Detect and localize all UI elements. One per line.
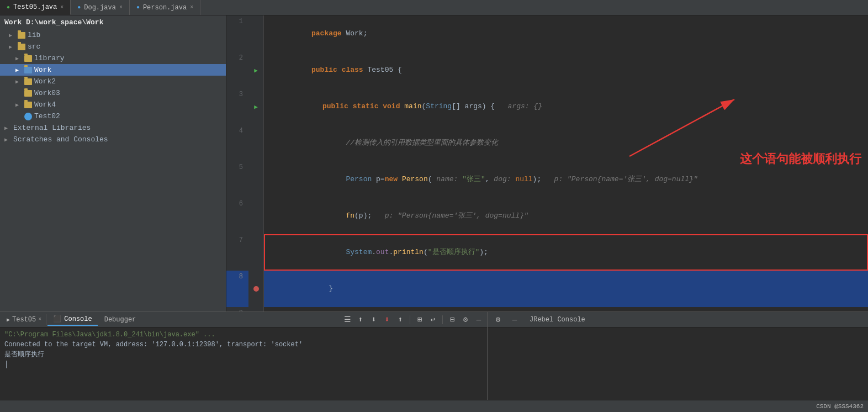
arrow-icon: ▶ (15, 78, 22, 85)
console-line: Connected to the target VM, address: '12… (4, 340, 483, 350)
line-gutter (248, 198, 264, 234)
folder-icon (24, 90, 32, 97)
toolbar-btn-table[interactable]: ⊞ (414, 314, 426, 326)
console-cursor: │ (4, 360, 483, 369)
tab-console[interactable]: ⬛ Console (47, 313, 97, 326)
console-line: "C:\Program Files\Java\jdk1.8.0_241\bin\… (4, 330, 483, 340)
console-icon: ⬛ (53, 315, 61, 323)
line-code: public static void fn(Person p){ (264, 307, 868, 311)
bottom-tab-bar: ▶ Test05 × ⬛ Console Debugger ☰ ⬆ ⬇ ⬇ (0, 312, 487, 328)
code-line-7: 7 System.out.println("是否顺序执行"); (226, 234, 868, 271)
line-gutter (248, 15, 264, 52)
separator (442, 315, 443, 324)
line-code: fn(p); p: "Person{name='张三', dog=null}" (264, 198, 868, 234)
code-line-8: 8 } (226, 271, 868, 307)
close-tab-test05[interactable]: × (60, 4, 63, 10)
arrow-icon: ▶ (4, 136, 11, 143)
minimize-icon[interactable]: — (509, 314, 521, 326)
line-number: 5 (226, 161, 248, 198)
toolbar-btn-rerun[interactable]: ⬆ (394, 314, 406, 326)
gear-icon[interactable]: ⚙ (459, 314, 472, 326)
toolbar-btn-wrap[interactable]: ↩ (427, 314, 439, 326)
run-arrow-icon: ▶ (254, 103, 258, 110)
code-line-1: 1 package Work; (226, 15, 868, 52)
sidebar-item-label: src (28, 43, 40, 51)
line-number: 2 (226, 52, 248, 88)
code-line-6: 6 fn(p); p: "Person{name='张三', dog=null}… (226, 198, 868, 234)
separator (410, 315, 410, 324)
sidebar-item-work[interactable]: ▶ Work (0, 64, 226, 76)
run-tab[interactable]: ▶ Test05 × (2, 314, 46, 325)
sidebar-item-lib[interactable]: ▶ lib (0, 29, 226, 41)
sidebar-item-label: library (34, 54, 65, 62)
arrow-icon: ▶ (15, 67, 22, 73)
tab-person[interactable]: ● Person.java × (130, 0, 200, 15)
sidebar-item-src[interactable]: ▶ src (0, 41, 226, 52)
sidebar-item-label: lib (28, 31, 40, 39)
folder-icon (24, 55, 32, 62)
tab-dog[interactable]: ● Dog.java × (71, 0, 130, 15)
console-toolbar: ☰ ⬆ ⬇ ⬇ ⬆ ⊞ ↩ ⊟ ⚙ — (341, 314, 485, 326)
jrebel-console-header: ⚙ — JRebel Console (488, 312, 868, 328)
jrebel-console-content[interactable] (488, 328, 868, 400)
line-code: public class Test05 { (264, 52, 868, 88)
sidebar-item-label: External Libraries (13, 124, 91, 132)
code-line-9: 9 @ public static void fn(Person p){ (226, 307, 868, 311)
folder-icon (24, 102, 32, 108)
jrebel-console-panel: ⚙ — JRebel Console (487, 312, 868, 400)
line-code: Person p=new Person( name: "张三", dog: nu… (264, 161, 868, 198)
status-right-text: CSDN @SSS4362 (816, 403, 864, 410)
sidebar-item-library[interactable]: ▶ library (0, 52, 226, 64)
run-arrow-icon: ▶ (254, 67, 258, 74)
line-number: 3 (226, 88, 248, 125)
sidebar-item-work2[interactable]: ▶ Work2 (0, 76, 226, 87)
code-editor[interactable]: 1 package Work; 2 ▶ public class Test05 … (226, 15, 868, 311)
code-line-2: 2 ▶ public class Test05 { (226, 52, 868, 88)
tab-debugger[interactable]: Debugger (99, 314, 142, 325)
console-panel: ▶ Test05 × ⬛ Console Debugger ☰ ⬆ ⬇ ⬇ (0, 312, 487, 400)
tab-test05[interactable]: ● Test05.java × (0, 0, 71, 15)
console-line: 是否顺序执行 (4, 350, 483, 360)
arrow-icon: ▶ (4, 125, 11, 131)
toolbar-btn-up[interactable]: ⬆ (354, 314, 367, 326)
toolbar-btn-down[interactable]: ⬇ (368, 314, 380, 326)
toolbar-btn-split[interactable]: ⊟ (446, 314, 458, 326)
close-tab-person[interactable]: × (190, 4, 193, 10)
breakpoint-icon[interactable] (253, 286, 259, 292)
folder-icon (24, 67, 32, 73)
arrow-icon: ▶ (15, 55, 22, 62)
line-number: 4 (226, 125, 248, 161)
arrow-icon: ▶ (15, 102, 22, 108)
run-icon: ▶ (7, 316, 10, 323)
code-line-5: 5 Person p=new Person( name: "张三", dog: … (226, 161, 868, 198)
console-output[interactable]: "C:\Program Files\Java\jdk1.8.0_241\bin\… (0, 328, 487, 400)
gear-icon[interactable]: ⚙ (492, 314, 504, 326)
line-number: 7 (226, 234, 248, 271)
line-gutter (248, 161, 264, 198)
line-number: 6 (226, 198, 248, 234)
toolbar-btn-stop[interactable]: ⬇ (381, 314, 393, 326)
arrow-icon: ▶ (9, 32, 15, 39)
editor-tab-bar: ● Test05.java × ● Dog.java × ● Person.ja… (0, 0, 868, 15)
jrebel-console-label: JRebel Console (530, 316, 585, 324)
toolbar-btn-list[interactable]: ☰ (341, 314, 353, 326)
bottom-panel: ▶ Test05 × ⬛ Console Debugger ☰ ⬆ ⬇ ⬇ (0, 311, 868, 400)
sidebar-item-work4[interactable]: ▶ Work4 (0, 99, 226, 110)
sidebar-item-label: Work03 (34, 89, 60, 97)
close-run-tab-icon[interactable]: × (38, 316, 41, 323)
sidebar-item-test02[interactable]: ▶ Test02 (0, 110, 226, 122)
sidebar-item-label: Work4 (34, 101, 56, 109)
minimize-icon[interactable]: — (473, 314, 485, 326)
folder-icon (24, 78, 32, 85)
sidebar-item-external-libraries[interactable]: ▶ External Libraries (0, 122, 226, 134)
sidebar-item-scratches[interactable]: ▶ Scratches and Consoles (0, 134, 226, 145)
line-gutter: @ (248, 307, 264, 311)
sidebar-item-work03[interactable]: ▶ Work03 (0, 87, 226, 99)
line-gutter: ▶ (248, 88, 264, 125)
project-root[interactable]: Work D:\work_space\Work (0, 15, 226, 29)
line-gutter (248, 125, 264, 161)
main-content: Work D:\work_space\Work ▶ lib ▶ src ▶ li… (0, 15, 868, 311)
line-gutter (248, 234, 264, 271)
line-number: 8 (226, 271, 248, 307)
close-tab-dog[interactable]: × (119, 4, 123, 10)
